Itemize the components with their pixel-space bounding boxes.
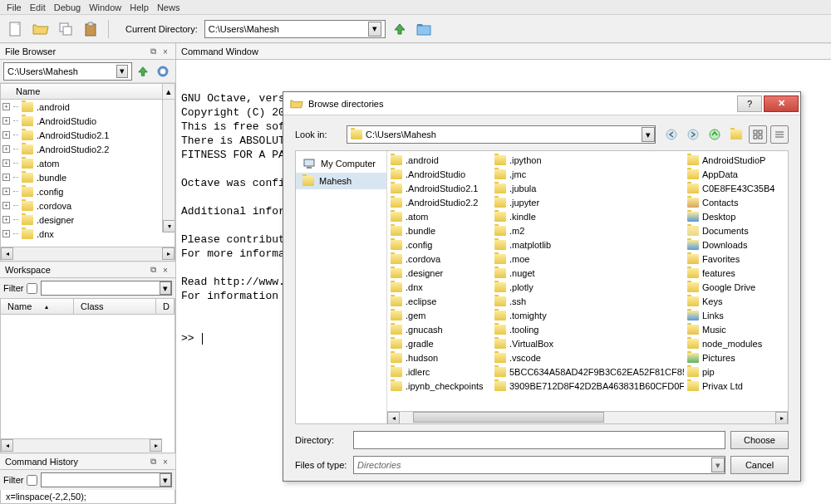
files-of-type-combo[interactable]: Directories ▾ xyxy=(353,456,725,474)
expand-icon[interactable]: + xyxy=(2,117,10,125)
new-file-button[interactable] xyxy=(5,18,27,40)
list-item[interactable]: 3909BE712D8F42D2BA463831B60CFD0F.TMP xyxy=(491,379,684,393)
expand-icon[interactable]: + xyxy=(2,145,10,153)
workspace-filter-combo[interactable]: ▾ xyxy=(41,281,172,296)
directory-input[interactable] xyxy=(353,431,725,449)
expand-icon[interactable]: + xyxy=(2,230,10,237)
list-item[interactable]: .moe xyxy=(491,252,684,266)
scroll-left-button[interactable]: ◂ xyxy=(387,412,400,423)
list-item[interactable]: Downloads xyxy=(684,237,788,252)
close-icon[interactable]: × xyxy=(160,265,170,275)
list-item[interactable]: Documents xyxy=(684,223,788,237)
tree-item[interactable]: +.AndroidStudio2.2 xyxy=(1,142,175,156)
expand-icon[interactable]: + xyxy=(2,174,10,181)
sidebar-my-computer[interactable]: My Computer xyxy=(296,154,386,173)
paste-button[interactable] xyxy=(80,18,101,40)
ws-col-d[interactable]: D xyxy=(156,299,175,314)
list-item[interactable]: .VirtualBox xyxy=(491,336,684,350)
ch-filter-combo[interactable]: ▾ xyxy=(41,472,172,487)
expand-icon[interactable]: + xyxy=(2,131,10,139)
list-item[interactable]: Pictures xyxy=(684,350,788,365)
expand-icon[interactable]: + xyxy=(2,159,10,167)
up-button[interactable] xyxy=(706,125,724,144)
list-item[interactable]: Contacts xyxy=(684,195,788,209)
list-item[interactable]: Google Drive xyxy=(684,280,788,294)
up-directory-button[interactable] xyxy=(134,62,152,81)
browse-folder-button[interactable] xyxy=(414,18,435,40)
close-button[interactable]: ✕ xyxy=(764,95,799,112)
up-directory-button[interactable] xyxy=(389,18,411,40)
list-item[interactable]: .hudson xyxy=(387,350,491,365)
forward-button[interactable] xyxy=(684,125,702,144)
menu-window[interactable]: Window xyxy=(89,2,121,12)
list-item[interactable]: Privax Ltd xyxy=(684,379,788,393)
lookin-combo[interactable]: C:\Users\Mahesh ▾ xyxy=(347,125,656,144)
ws-col-name[interactable]: Name▴ xyxy=(1,299,74,314)
undock-icon[interactable]: ⧉ xyxy=(148,457,158,467)
cancel-button[interactable]: Cancel xyxy=(730,456,789,474)
list-item[interactable]: Keys xyxy=(684,294,788,308)
undock-icon[interactable]: ⧉ xyxy=(148,46,158,56)
list-item[interactable]: .m2 xyxy=(491,223,684,237)
list-item[interactable]: node_modules xyxy=(684,336,788,350)
list-item[interactable]: .gem xyxy=(387,308,491,322)
open-file-button[interactable] xyxy=(30,18,52,40)
scroll-right-button[interactable]: ▸ xyxy=(775,412,788,423)
list-item[interactable]: .jmc xyxy=(491,167,684,181)
list-item[interactable]: .tooling xyxy=(491,322,684,336)
list-item[interactable]: .nuget xyxy=(491,266,684,280)
scroll-right-button[interactable]: ▸ xyxy=(150,439,162,452)
chevron-down-icon[interactable]: ▾ xyxy=(160,281,171,295)
tree-item[interactable]: +.cordova xyxy=(1,198,175,213)
list-item[interactable]: .AndroidStudio2.2 xyxy=(387,195,491,209)
current-directory-combo[interactable]: C:\Users\Mahesh ▾ xyxy=(204,20,386,38)
file-list[interactable]: .android.AndroidStudio.AndroidStudio2.1.… xyxy=(387,151,788,423)
file-browser-path-combo[interactable]: C:\Users\Mahesh ▾ xyxy=(3,62,132,81)
copy-button[interactable] xyxy=(55,18,76,40)
chevron-down-icon[interactable]: ▾ xyxy=(711,458,725,472)
list-item[interactable]: 5BCC634A58AD42F9B3C62EA52F81CF85.TMP xyxy=(491,365,684,379)
list-item[interactable]: .tomighty xyxy=(491,308,684,322)
workspace-body[interactable]: ◂▸ xyxy=(0,315,175,453)
tree-item[interactable]: +.atom xyxy=(1,156,175,170)
close-icon[interactable]: × xyxy=(160,457,170,467)
chevron-down-icon[interactable]: ▾ xyxy=(160,473,171,487)
list-item[interactable]: .AndroidStudio xyxy=(387,167,491,181)
list-item[interactable]: .designer xyxy=(387,266,491,280)
close-icon[interactable]: × xyxy=(160,46,170,56)
file-tree[interactable]: +.android+.AndroidStudio+.AndroidStudio2… xyxy=(0,100,175,247)
gear-icon[interactable] xyxy=(154,62,172,81)
list-item[interactable]: .ssh xyxy=(491,294,684,308)
help-button[interactable]: ? xyxy=(737,95,762,112)
expand-icon[interactable]: + xyxy=(2,103,10,110)
list-item[interactable]: pip xyxy=(684,365,788,379)
tree-item[interactable]: +.AndroidStudio2.1 xyxy=(1,128,175,142)
tree-item[interactable]: +.AndroidStudio xyxy=(1,114,175,128)
list-item[interactable]: AppData xyxy=(684,167,788,181)
undock-icon[interactable]: ⧉ xyxy=(148,265,158,275)
list-item[interactable]: .eclipse xyxy=(387,294,491,308)
list-item[interactable]: .AndroidStudio2.1 xyxy=(387,181,491,195)
chevron-down-icon[interactable]: ▾ xyxy=(116,65,128,78)
workspace-table-header[interactable]: Name▴ Class D xyxy=(0,298,175,315)
scroll-left-button[interactable]: ◂ xyxy=(1,247,13,260)
list-item[interactable]: .plotly xyxy=(491,280,684,294)
list-item[interactable]: features xyxy=(684,266,788,280)
expand-icon[interactable]: + xyxy=(2,188,10,195)
list-item[interactable]: .gnucash xyxy=(387,322,491,336)
tree-item[interactable]: +.designer xyxy=(1,213,175,227)
list-item[interactable]: Desktop xyxy=(684,209,788,223)
menu-help[interactable]: Help xyxy=(130,2,149,12)
list-item[interactable]: Links xyxy=(684,308,788,322)
list-item[interactable]: C0E8FE43C35B4 xyxy=(684,181,788,195)
command-history-item[interactable]: x=linspace(-2,2,50); xyxy=(0,490,175,504)
menu-edit[interactable]: Edit xyxy=(30,2,46,12)
list-item[interactable]: Music xyxy=(684,322,788,336)
list-item[interactable]: .bundle xyxy=(387,223,491,237)
horizontal-scrollbar[interactable]: ◂ ▸ xyxy=(387,411,788,423)
list-view-button[interactable] xyxy=(749,125,767,144)
menu-debug[interactable]: Debug xyxy=(54,2,81,12)
new-folder-button[interactable] xyxy=(727,125,745,144)
list-item[interactable]: .idlerc xyxy=(387,365,491,379)
list-item[interactable]: .vscode xyxy=(491,350,684,365)
